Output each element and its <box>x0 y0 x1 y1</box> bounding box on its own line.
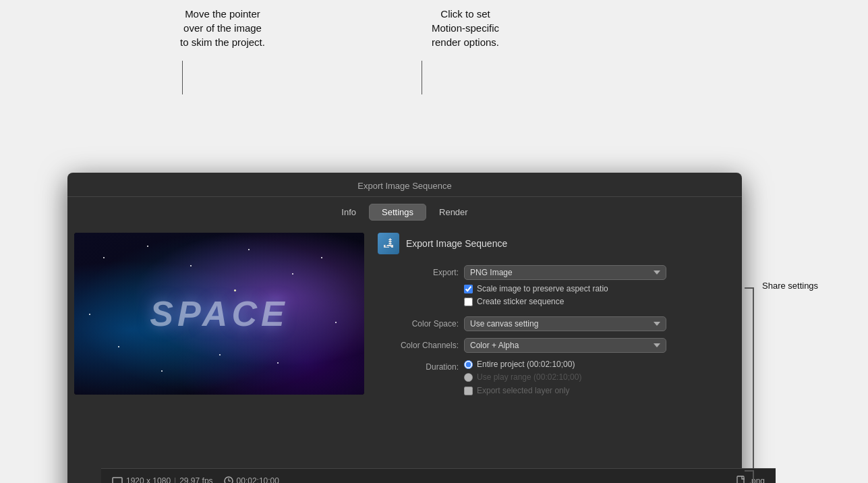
entire-project-row: Entire project (00:02:10;00) <box>464 360 728 369</box>
file-info-bracket <box>745 470 754 483</box>
export-control: PNG ImageJPEG ImageTIFF ImageProRes 4444… <box>464 265 728 310</box>
separator: | <box>174 476 176 484</box>
color-space-control: Use canvas settingsRGBDisplay P3Rec. 202… <box>464 316 728 331</box>
star <box>118 346 119 347</box>
dialog-wrapper: Export Image Sequence Info Settings Rend… <box>34 86 708 444</box>
resolution-item: 1920 x 1080 | 29.97 fps <box>112 476 213 484</box>
star <box>103 257 105 258</box>
annotation-right-text: Click to set Motion-specific render opti… <box>384 7 546 49</box>
checkboxes-group: Scale image to preserve aspect ratio Cre… <box>464 284 728 306</box>
svg-rect-4 <box>737 476 744 484</box>
star <box>335 322 337 323</box>
clock-icon <box>224 476 233 484</box>
export-panel-title: Export Image Sequence <box>406 238 507 249</box>
star <box>147 246 148 247</box>
scale-image-label[interactable]: Scale image to preserve aspect ratio <box>477 284 608 293</box>
star <box>219 354 221 356</box>
color-channels-label: Color Channels: <box>378 338 459 350</box>
share-settings-annotation: Share settings <box>762 281 853 291</box>
settings-panel: 🏞 Export Image Sequence Export: PNG Imag… <box>378 233 728 483</box>
svg-rect-0 <box>113 478 122 484</box>
duration-control: Entire project (00:02:10;00) Use play ra… <box>464 360 728 399</box>
color-channels-select[interactable]: Color + AlphaColorAlpha Only <box>464 338 666 353</box>
form-row-duration: Duration: Entire project (00:02:10;00) U… <box>378 360 728 399</box>
color-space-label: Color Space: <box>378 316 459 329</box>
sticker-row: Create sticker sequence <box>464 297 728 306</box>
export-select[interactable]: PNG ImageJPEG ImageTIFF ImageProRes 4444 <box>464 265 666 280</box>
resolution-icon <box>112 476 123 484</box>
star <box>89 314 90 315</box>
dialog-tabs: Info Settings Render <box>67 197 742 226</box>
export-layer-row: Export selected layer only <box>464 386 728 395</box>
app-container: Move the pointer over of the image to sk… <box>0 0 868 483</box>
star <box>277 362 279 364</box>
export-layer-label: Export selected layer only <box>477 386 569 395</box>
star <box>190 265 192 266</box>
annotation-area: Move the pointer over of the image to sk… <box>0 0 868 86</box>
play-range-radio[interactable] <box>464 373 473 382</box>
dialog-body: SPACE 🏞 Export Image Sequence Export: <box>67 226 742 483</box>
export-label: Export: <box>378 265 459 277</box>
star <box>321 257 322 258</box>
export-dialog: Export Image Sequence Info Settings Rend… <box>67 173 742 483</box>
play-range-label: Use play range (00:02:10;00) <box>477 372 581 382</box>
color-space-select[interactable]: Use canvas settingsRGBDisplay P3Rec. 202… <box>464 316 666 331</box>
play-range-row: Use play range (00:02:10;00) <box>464 372 728 382</box>
form-row-export: Export: PNG ImageJPEG ImageTIFF ImagePro… <box>378 265 728 310</box>
status-left: 1920 x 1080 | 29.97 fps 00:02:10;00 <box>112 476 279 484</box>
space-text: SPACE <box>150 293 288 334</box>
create-sticker-label[interactable]: Create sticker sequence <box>477 297 564 306</box>
status-bar: 1920 x 1080 | 29.97 fps 00:02:10;00 .png <box>101 468 776 483</box>
resolution-text: 1920 x 1080 <box>126 476 171 484</box>
star <box>161 370 163 372</box>
export-header: 🏞 Export Image Sequence <box>378 233 728 254</box>
duration-item: 00:02:10;00 <box>224 476 279 484</box>
entire-project-label[interactable]: Entire project (00:02:10;00) <box>477 360 575 369</box>
space-background: SPACE <box>74 233 364 395</box>
duration-label: Duration: <box>378 360 459 372</box>
preview-image[interactable]: SPACE <box>74 233 364 395</box>
share-settings-bracket <box>745 287 754 483</box>
dialog-title: Export Image Sequence <box>67 173 742 197</box>
scale-image-checkbox[interactable] <box>464 285 473 293</box>
fps-text: 29.97 fps <box>179 476 212 484</box>
entire-project-radio[interactable] <box>464 360 473 369</box>
export-layer-checkbox[interactable] <box>464 387 473 395</box>
scale-image-row: Scale image to preserve aspect ratio <box>464 284 728 293</box>
color-channels-control: Color + AlphaColorAlpha Only <box>464 338 728 353</box>
bright-star <box>234 289 236 291</box>
duration-text: 00:02:10;00 <box>237 476 279 484</box>
tab-settings[interactable]: Settings <box>369 204 426 221</box>
preview-area: SPACE <box>74 233 364 483</box>
form-row-color-channels: Color Channels: Color + AlphaColorAlpha … <box>378 338 728 353</box>
annotation-left-text: Move the pointer over of the image to sk… <box>142 7 303 49</box>
tab-render[interactable]: Render <box>426 204 481 221</box>
star <box>248 249 250 250</box>
tab-info[interactable]: Info <box>328 204 369 221</box>
export-icon: 🏞 <box>378 233 399 254</box>
create-sticker-checkbox[interactable] <box>464 297 473 306</box>
star <box>292 273 293 275</box>
form-row-color-space: Color Space: Use canvas settingsRGBDispl… <box>378 316 728 331</box>
